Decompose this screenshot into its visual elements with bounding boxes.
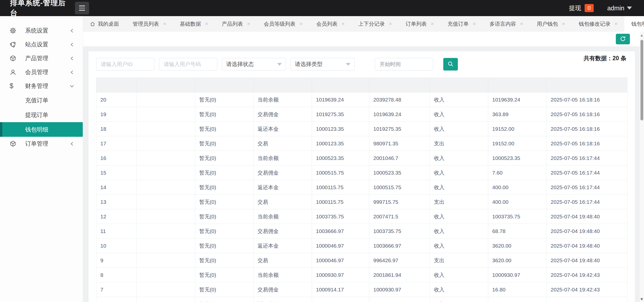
withdraw-count-badge[interactable]: 0 bbox=[585, 4, 594, 12]
cell-user bbox=[137, 151, 195, 165]
cell-after: 996426.97 bbox=[369, 253, 430, 268]
tab[interactable]: 基础数据 × bbox=[173, 16, 215, 32]
cell-type: 当前余额 bbox=[253, 268, 312, 282]
sidebar: 系统设置 站点设置 产品管理 会员管理 $ 财务管理 充值订单 bbox=[0, 16, 83, 302]
start-time-input[interactable] bbox=[375, 58, 433, 71]
tab[interactable]: 上下分记录 × bbox=[351, 16, 399, 32]
search-button[interactable] bbox=[443, 58, 458, 71]
scroll-down-icon[interactable] bbox=[640, 298, 643, 300]
tab-close-icon[interactable]: × bbox=[389, 21, 392, 27]
sidebar-item-label: 提现订单 bbox=[25, 111, 48, 119]
cell-id: 11 bbox=[96, 224, 137, 239]
sidebar-item[interactable]: 会员管理 bbox=[0, 65, 83, 79]
sidebar-item[interactable]: 系统设置 bbox=[0, 24, 83, 38]
tab-close-icon[interactable]: × bbox=[431, 21, 434, 27]
cell-amount: 16.80 bbox=[488, 282, 546, 297]
cell-amount: 68.78 bbox=[488, 224, 546, 239]
chevron-left-icon bbox=[70, 70, 74, 75]
table-row: 6 wsdqzevrw 暂无(0) 返还本金 1000030.17 100091… bbox=[96, 297, 627, 302]
scroll-up-icon[interactable] bbox=[640, 34, 643, 37]
tab[interactable]: 管理员列表 × bbox=[126, 16, 173, 32]
cell-user bbox=[137, 180, 195, 195]
cell-user bbox=[137, 239, 195, 253]
user-id-input[interactable] bbox=[96, 58, 154, 71]
tab-close-icon[interactable]: × bbox=[163, 21, 166, 27]
type-select[interactable]: 请选择类型 bbox=[291, 58, 355, 71]
box-icon bbox=[10, 55, 18, 62]
tab[interactable]: 我的桌面 bbox=[83, 16, 126, 32]
tab-label: 管理员列表 bbox=[133, 20, 159, 27]
table-row: 7 暂无(0) 交易佣金 1000914.17 1000930.97 收入 16… bbox=[96, 282, 627, 297]
cell-user bbox=[137, 282, 195, 297]
cell-user bbox=[137, 92, 195, 107]
sidebar-toggle-button[interactable] bbox=[75, 2, 89, 14]
cell-created-time: 2025-07-04 19:42:43 bbox=[547, 268, 627, 282]
vertical-scrollbar[interactable] bbox=[640, 32, 644, 302]
tab[interactable]: 会员列表 × bbox=[309, 16, 351, 32]
tab-close-icon[interactable]: × bbox=[615, 21, 618, 27]
sidebar-item[interactable]: 站点设置 bbox=[0, 38, 83, 51]
tab[interactable]: 会员等级列表 × bbox=[257, 16, 310, 32]
cell-before: 1000930.97 bbox=[312, 268, 369, 282]
cell-amount: 19152.00 bbox=[488, 122, 546, 136]
tab-close-icon[interactable]: × bbox=[341, 21, 345, 27]
cell-id: 14 bbox=[96, 180, 137, 195]
sidebar-item[interactable]: 充值订单 bbox=[0, 93, 83, 108]
cell-user bbox=[137, 224, 195, 239]
cell-id: 9 bbox=[96, 253, 137, 268]
cell-status: 收入 bbox=[430, 297, 488, 302]
cell-after: 2039278.48 bbox=[369, 92, 430, 107]
tab-close-icon[interactable]: × bbox=[247, 21, 250, 27]
tab[interactable]: 多语言内容 × bbox=[483, 16, 530, 32]
tab-close-icon[interactable]: × bbox=[473, 21, 476, 27]
tab[interactable]: 用户钱包 × bbox=[530, 16, 572, 32]
cell-after: 1019275.35 bbox=[369, 122, 430, 136]
user-icon bbox=[10, 69, 18, 76]
column-header bbox=[312, 78, 369, 92]
user-number-input[interactable] bbox=[159, 58, 217, 71]
cell-type: 返还本金 bbox=[253, 122, 312, 136]
tab[interactable]: 钱包修改记录 × bbox=[572, 16, 625, 32]
tab-label: 我的桌面 bbox=[98, 20, 119, 27]
user-menu[interactable]: admin bbox=[607, 5, 632, 12]
status-select[interactable]: 请选择状态 bbox=[222, 58, 286, 71]
cell-parent-user: 暂无(0) bbox=[195, 180, 253, 195]
sidebar-item-label: 充值订单 bbox=[25, 96, 48, 104]
cell-after: 1000930.97 bbox=[369, 282, 430, 297]
sidebar-item[interactable]: 订单管理 bbox=[0, 137, 83, 151]
chevron-down-icon bbox=[70, 84, 74, 88]
cell-parent-user: 暂无(0) bbox=[195, 282, 253, 297]
scrollbar-thumb[interactable] bbox=[640, 40, 643, 120]
sidebar-item[interactable]: 钱包明细 bbox=[0, 122, 83, 137]
tab[interactable]: 产品列表 × bbox=[215, 16, 257, 32]
cell-status: 收入 bbox=[430, 209, 488, 224]
sidebar-item[interactable]: $ 财务管理 bbox=[0, 79, 83, 93]
wallet-detail-panel: 请选择状态 请选择类型 共 bbox=[89, 51, 635, 302]
sidebar-item-label: 财务管理 bbox=[25, 82, 48, 90]
sidebar-item[interactable]: 提现订单 bbox=[0, 108, 83, 122]
chevron-left-icon bbox=[70, 142, 74, 146]
cell-before: 1003735.75 bbox=[312, 209, 369, 224]
tab-close-icon[interactable]: × bbox=[300, 21, 303, 27]
sidebar-item-label: 订单管理 bbox=[25, 140, 48, 148]
tab-close-icon[interactable]: × bbox=[562, 21, 565, 27]
column-header bbox=[96, 78, 137, 92]
tab[interactable]: 订单列表 × bbox=[399, 16, 441, 32]
cell-status: 收入 bbox=[430, 92, 488, 107]
cell-after: 1003666.97 bbox=[369, 239, 430, 253]
cell-amount: 363.89 bbox=[488, 107, 546, 122]
refresh-button[interactable] bbox=[616, 34, 630, 44]
tab-close-icon[interactable]: × bbox=[520, 21, 523, 27]
tab[interactable]: 充值订单 × bbox=[441, 16, 483, 32]
cell-parent-user: 暂无(0) bbox=[195, 224, 253, 239]
tab-close-icon[interactable]: × bbox=[205, 21, 208, 27]
column-header bbox=[547, 78, 627, 92]
cell-type: 当前余额 bbox=[253, 209, 312, 224]
cell-before: 1000115.75 bbox=[312, 180, 369, 195]
app-title: 排单系统-管理后台 bbox=[0, 0, 73, 18]
withdraw-link[interactable]: 提现 bbox=[569, 4, 581, 12]
sidebar-item[interactable]: 产品管理 bbox=[0, 51, 83, 65]
tab[interactable]: 钱包明细 × bbox=[624, 16, 644, 32]
cell-after: 1019639.24 bbox=[369, 107, 430, 122]
tab-label: 会员列表 bbox=[316, 20, 337, 27]
